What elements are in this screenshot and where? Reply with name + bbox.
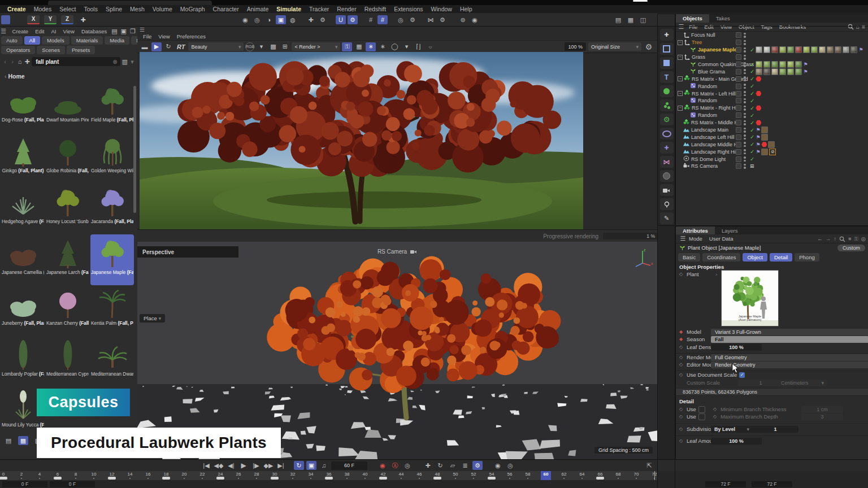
object-row-rs-matrix-left-hill[interactable]: −RS Matrix - Left Hill✓	[676, 90, 868, 97]
view-mode-2-icon[interactable]: ▣	[119, 27, 128, 36]
override-toggle[interactable]	[736, 40, 741, 45]
loop-icon[interactable]: ↻	[294, 461, 304, 470]
plant-preview-thumbnail[interactable]: Japanese Maple(Acer palmatum)	[721, 270, 779, 326]
override-toggle[interactable]	[736, 62, 741, 67]
menu-render[interactable]: Render	[333, 6, 360, 12]
perspective-viewport[interactable]: Perspective RS Camera x z Place ▾ Grid S…	[137, 242, 657, 459]
place-tool-label[interactable]: Place ▾	[140, 314, 165, 323]
object-name[interactable]: RS Camera	[691, 163, 718, 169]
mode-menu[interactable]: Mode	[689, 236, 702, 242]
render-view-burger-icon[interactable]: ☰	[137, 27, 657, 33]
model-dropdown[interactable]: Variant 3 Full-Grown	[711, 329, 868, 336]
rgb-channel-icon[interactable]: RGB	[245, 42, 254, 51]
material-swatch[interactable]	[771, 61, 778, 68]
menu-tools[interactable]: Tools	[80, 6, 102, 12]
prev-key-icon[interactable]: ◀◆	[214, 461, 224, 470]
breadcrumb-home[interactable]: Home	[8, 73, 24, 80]
attr-up-icon[interactable]: ↑	[834, 236, 836, 242]
menu-modes[interactable]: Modes	[30, 6, 56, 12]
clapper-icon[interactable]: ▬	[140, 42, 150, 51]
menu-object[interactable]: Object	[735, 24, 757, 30]
prev-frame-icon[interactable]: ◀|	[226, 461, 236, 470]
menu-view[interactable]: View	[60, 28, 77, 34]
keyframe-marker[interactable]	[379, 477, 387, 480]
tab-operators[interactable]: Operators	[1, 46, 35, 54]
visibility-dots[interactable]	[744, 120, 746, 125]
object-row-rs-matrix-main-ground[interactable]: −RS Matrix - Main Ground✓	[676, 75, 868, 82]
forward-arrow-icon[interactable]: ›	[10, 58, 15, 65]
om-home-icon[interactable]: ⌂	[856, 24, 860, 30]
zoom-region-icon[interactable]: ⌔	[425, 42, 435, 51]
season-dropdown[interactable]: Fall	[711, 336, 868, 343]
render-gear-icon[interactable]: ⚙	[644, 42, 654, 51]
material-swatch[interactable]	[795, 68, 802, 75]
asset-item-field-maple[interactable]: Field Maple (Fall, Plant)	[90, 82, 134, 133]
redshift-tag-icon[interactable]	[756, 120, 761, 125]
spline-pen-tool-icon[interactable]	[660, 43, 674, 55]
workplane-icon[interactable]: #	[366, 15, 376, 24]
back-arrow-icon[interactable]: ‹	[2, 58, 8, 65]
enabled-check-icon[interactable]: ✓	[750, 134, 754, 140]
material-swatch[interactable]	[850, 46, 857, 53]
object-name[interactable]: Random	[698, 98, 717, 103]
material-swatch[interactable]	[827, 46, 834, 53]
object-name[interactable]: Japanese Maple	[698, 47, 737, 53]
effector-tool-icon[interactable]: ⚙	[660, 114, 674, 125]
override-toggle[interactable]	[736, 98, 741, 103]
enabled-check-icon[interactable]: ✓	[750, 76, 754, 82]
enabled-check-icon[interactable]: ✓	[750, 127, 754, 133]
material-swatch[interactable]	[763, 46, 770, 53]
next-key-icon[interactable]: ◆▶	[263, 461, 274, 470]
object-row-grass[interactable]: −Grass	[676, 54, 868, 61]
asset-item-golden-weeping-willo[interactable]: Golden Weeping Willo...	[90, 133, 134, 184]
material-swatch[interactable]	[761, 127, 768, 133]
render-settings-icon[interactable]: ◫	[638, 15, 648, 24]
goto-start-icon[interactable]: |◀	[201, 461, 211, 470]
object-name[interactable]: Random	[698, 112, 717, 118]
object-name[interactable]: Landscape Main	[691, 127, 728, 133]
annotation-flag-icon[interactable]: ⚑	[803, 62, 808, 67]
menu-animate[interactable]: Animate	[243, 6, 273, 12]
axis-lock-y[interactable]: Y	[44, 15, 57, 24]
enabled-check-icon[interactable]: ✓	[750, 47, 754, 53]
visibility-dots[interactable]	[744, 164, 746, 169]
menu-bookmarks[interactable]: Bookmarks	[776, 24, 810, 30]
timeline-ruler[interactable]: 0246810121416182022242628303234363840424…	[0, 471, 657, 480]
custom-button[interactable]: Custom	[837, 245, 865, 251]
axis-lock-x[interactable]: X	[27, 15, 40, 24]
edit-pen-tool-icon[interactable]: ✎	[660, 212, 674, 224]
visibility-dots[interactable]	[744, 76, 746, 81]
enabled-check-icon[interactable]: ✓	[750, 149, 754, 155]
snap-magnet-icon[interactable]: U	[336, 15, 346, 24]
visibility-dots[interactable]	[744, 33, 746, 38]
menu-tags[interactable]: Tags	[758, 24, 776, 30]
leaf-amount-field[interactable]: 100 %	[711, 438, 762, 445]
range-start-field[interactable]: 0 F	[2, 481, 47, 487]
material-swatch[interactable]	[795, 61, 802, 68]
tab-attributes[interactable]: Attributes	[676, 226, 715, 234]
object-row-rs-matrix-middle-hill[interactable]: RS Matrix - Middle Hill✓	[676, 119, 868, 127]
disabled-tag-icon[interactable]: ⊘	[769, 149, 776, 155]
object-name[interactable]: Grass	[692, 54, 705, 60]
visibility-dots[interactable]	[744, 98, 746, 103]
camera-tool-icon[interactable]	[660, 184, 674, 196]
menu-databases[interactable]: Databases	[79, 28, 110, 34]
override-toggle[interactable]	[736, 84, 741, 89]
attr-search-icon[interactable]	[839, 236, 845, 242]
override-toggle[interactable]	[736, 142, 741, 147]
keyframe-marker[interactable]	[271, 477, 279, 480]
quantize-grid-icon[interactable]: #	[377, 15, 388, 24]
keyframe-marker[interactable]	[488, 477, 496, 480]
attr-burger-icon[interactable]: ☰	[679, 234, 687, 243]
redshift-tag-icon[interactable]	[756, 76, 761, 82]
render-view-icon[interactable]: ▤	[613, 15, 623, 24]
next-frame-icon[interactable]: |▶	[251, 461, 261, 470]
subdivision-value-field[interactable]: 1	[752, 426, 798, 433]
visibility-dots[interactable]	[744, 113, 746, 118]
primitive-cube-tool-icon[interactable]	[660, 57, 674, 69]
enabled-check-icon[interactable]: ✓	[750, 141, 754, 147]
undo-icon[interactable]	[1, 15, 10, 24]
override-toggle[interactable]	[736, 127, 741, 133]
clear-search-icon[interactable]: ⊗	[112, 59, 117, 65]
object-row-rs-dome-light[interactable]: RS Dome Light✓	[676, 155, 868, 163]
